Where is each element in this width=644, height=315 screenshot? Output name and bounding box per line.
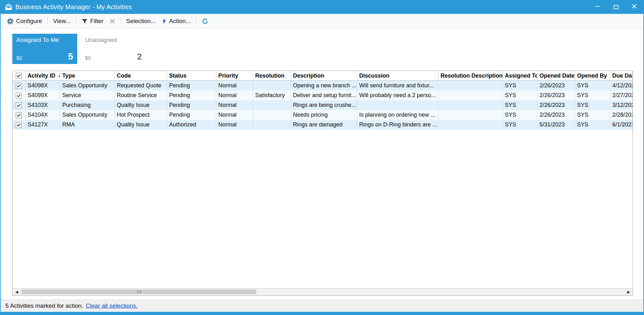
- scrollbar-thumb[interactable]: [21, 289, 256, 294]
- cell: 2/26/2023: [537, 110, 575, 120]
- cell: Authorized: [167, 120, 216, 130]
- column-header-assigned-to[interactable]: Assigned To: [502, 71, 537, 81]
- card-label: Unassigned: [85, 37, 142, 44]
- card-count: 5: [68, 52, 73, 61]
- cell: S4103X: [25, 100, 60, 110]
- minimize-button[interactable]: –: [589, 0, 607, 14]
- cell: 2/26/2023: [537, 100, 575, 110]
- activities-grid: Activity IDTypeCodeStatusPriorityResolut…: [12, 71, 633, 296]
- row-checkbox[interactable]: [16, 122, 22, 128]
- row-checkbox[interactable]: [16, 93, 22, 99]
- refresh-icon: [202, 18, 208, 25]
- clear-filter-x-icon: [110, 19, 115, 24]
- filter-label: Filter: [90, 18, 103, 25]
- column-header-label: Resolution Description: [441, 73, 503, 79]
- cell: Satisfactory: [253, 90, 291, 100]
- cell: Normal: [216, 90, 253, 100]
- cell: Pending: [167, 81, 216, 91]
- cell: Pending: [167, 100, 216, 110]
- cell: 2/26/2023: [537, 81, 575, 91]
- column-header-type[interactable]: Type: [60, 71, 114, 81]
- cell: Pending: [167, 110, 216, 120]
- cell: SYS: [502, 90, 537, 100]
- column-header-code[interactable]: Code: [114, 71, 167, 81]
- column-header-status[interactable]: Status: [167, 71, 216, 81]
- app-icon: [5, 4, 12, 10]
- cell: [438, 110, 502, 120]
- maximize-icon: [614, 5, 618, 9]
- scrollbar-grip: [140, 290, 141, 293]
- toolbar-separator: [196, 17, 196, 25]
- row-checkbox[interactable]: [16, 112, 22, 118]
- column-header-priority[interactable]: Priority: [216, 71, 253, 81]
- scroll-right-button[interactable]: ▶: [624, 289, 633, 295]
- scroll-left-button[interactable]: ◀: [13, 289, 21, 295]
- cell: Normal: [216, 120, 253, 130]
- column-header-discussion[interactable]: Discussion: [357, 71, 438, 81]
- filter-button[interactable]: Filter: [78, 16, 107, 26]
- row-checkbox[interactable]: [16, 83, 22, 89]
- column-header-label: Code: [117, 73, 131, 79]
- column-header-due-date[interactable]: Due Date: [610, 71, 633, 81]
- column-header-opened-date[interactable]: Opened Date: [537, 71, 575, 81]
- refresh-button[interactable]: [199, 16, 212, 26]
- gear-icon: [7, 18, 14, 25]
- card-amount: $0: [85, 55, 91, 61]
- cell: Sales Opportunity: [60, 110, 114, 120]
- table-row[interactable]: S4098XSales OpportunityRequested QuotePe…: [13, 81, 633, 91]
- column-header-label: Priority: [218, 73, 238, 79]
- activities-table: Activity IDTypeCodeStatusPriorityResolut…: [13, 71, 633, 130]
- select-all-checkbox[interactable]: [16, 73, 22, 79]
- cell: RMA: [60, 120, 114, 130]
- tab-assigned-to-me[interactable]: Assigned To Me $0 5: [12, 34, 77, 64]
- sort-ascending-icon: [58, 75, 60, 77]
- clear-all-selections-link[interactable]: Clear all selections.: [86, 302, 138, 309]
- table-row[interactable]: S4104XSales OpportunityHot ProspectPendi…: [13, 110, 633, 120]
- configure-label: Configure: [16, 18, 42, 25]
- row-select-cell: [13, 100, 25, 110]
- title-bar: Business Activity Manager - My Activitie…: [1, 0, 643, 14]
- column-header-description[interactable]: Description: [291, 71, 357, 81]
- cell: S4127X: [25, 120, 60, 130]
- tab-unassigned[interactable]: Unassigned $0 2: [81, 34, 146, 64]
- scrollbar-grip: [137, 290, 138, 293]
- column-header-label: Assigned To: [505, 73, 537, 79]
- cell: 2/28/2023: [610, 110, 633, 120]
- column-header-label: Status: [169, 73, 187, 79]
- row-select-cell: [13, 110, 25, 120]
- view-label: View...: [53, 18, 71, 25]
- close-button[interactable]: ×: [625, 0, 643, 14]
- column-header-opened-by[interactable]: Opened By: [575, 71, 610, 81]
- selection-button[interactable]: Selection...: [123, 16, 159, 26]
- column-header-resolution-description[interactable]: Resolution Description: [438, 71, 502, 81]
- cell: SYS: [575, 81, 610, 91]
- cell: SYS: [502, 110, 537, 120]
- cell: 3/12/2023: [610, 100, 633, 110]
- view-button[interactable]: View...: [50, 16, 74, 26]
- column-header-resolution[interactable]: Resolution: [253, 71, 291, 81]
- cell: [253, 110, 291, 120]
- cell: S4098X: [25, 81, 60, 91]
- card-amount: $0: [16, 55, 22, 61]
- filter-funnel-icon: [82, 18, 88, 24]
- table-row[interactable]: S4103XPurchasingQuality IssuePendingNorm…: [13, 100, 633, 110]
- table-row[interactable]: S4099XServiceRoutine ServicePendingNorma…: [13, 90, 633, 100]
- window-bottom-border: [1, 312, 643, 315]
- cell: Needs pricing: [291, 110, 357, 120]
- maximize-button[interactable]: [607, 0, 625, 14]
- horizontal-scrollbar[interactable]: ◀ ▶: [13, 288, 633, 295]
- clear-filter-button[interactable]: [107, 17, 118, 26]
- cell: [253, 81, 291, 91]
- cell: S4099X: [25, 90, 60, 100]
- configure-button[interactable]: Configure: [4, 16, 45, 26]
- column-header-label: Type: [62, 73, 75, 79]
- cell: Quality Issue: [114, 120, 167, 130]
- action-button[interactable]: Action...: [159, 16, 194, 26]
- table-row[interactable]: S4127XRMAQuality IssueAuthorizedNormalRi…: [13, 120, 633, 130]
- summary-cards: Assigned To Me $0 5 Unassigned $0 2: [12, 34, 146, 64]
- row-checkbox[interactable]: [16, 102, 22, 108]
- cell: Pending: [167, 90, 216, 100]
- status-message: 5 Activities marked for action.: [5, 302, 83, 309]
- column-header-activity-id[interactable]: Activity ID: [25, 71, 60, 81]
- cell: SYS: [502, 120, 537, 130]
